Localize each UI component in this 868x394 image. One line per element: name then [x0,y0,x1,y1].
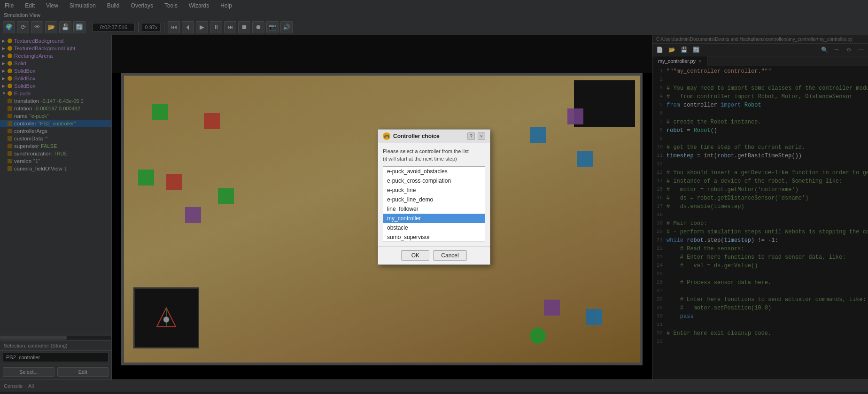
modal-title: 🎮 Controller choice [383,132,440,140]
modal-close-btn[interactable]: × [478,132,485,140]
controller-list-item[interactable]: e-puck_cross-compilation [383,176,485,185]
controller-list-item[interactable]: e-puck_line_demo [383,195,485,204]
modal-description: Please select a controller from the list… [383,148,485,162]
modal-title-text: Controller choice [393,133,440,139]
modal-body: Please select a controller from the list… [378,143,490,246]
controller-list-item[interactable]: line_follower [383,204,485,214]
cancel-button[interactable]: Cancel [433,250,466,261]
modal-overlay: 🎮 Controller choice ? × Please select a … [0,0,868,394]
modal-controls: ? × [467,132,485,140]
controller-list-item[interactable]: e-puck_line [383,185,485,195]
controller-list-item[interactable]: e-puck_avoid_obstacles [383,167,485,176]
ok-button[interactable]: OK [401,250,429,261]
modal-footer: OK Cancel [378,246,490,264]
controller-list-item[interactable]: sumo_supervisor [383,232,485,241]
controller-list[interactable]: e-puck_avoid_obstaclese-puck_cross-compi… [383,166,485,241]
controller-list-item[interactable]: my_controller [383,214,485,223]
controller-list-item[interactable]: obstacle [383,223,485,232]
controller-choice-modal: 🎮 Controller choice ? × Please select a … [378,129,490,265]
modal-help-btn[interactable]: ? [467,132,475,140]
modal-title-icon: 🎮 [383,132,390,140]
modal-titlebar: 🎮 Controller choice ? × [378,130,490,143]
